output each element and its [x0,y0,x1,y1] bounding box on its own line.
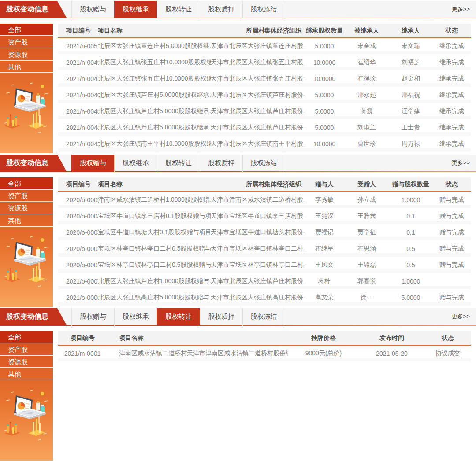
sidebar-item[interactable]: 资源股 [0,356,53,368]
transfer-table: 项目编号项目名称挂牌价格发布时间状态 2021/m-0001津南区咸水沽镇二道桥… [58,331,471,361]
table-row[interactable]: 2021/n-0045北辰区大张庄镇芦庄村5.0000股股权继承...天津市北辰… [58,103,471,119]
table-cell: 北辰区大张庄镇芦庄村5.0000股股权继承... [98,87,211,103]
table-row[interactable]: 2021/o-0007北辰区大张庄镇芦庄村1.0000股股权赠与...天津市北辰… [58,273,471,289]
table-cell: 北辰区大张庄镇芦庄村1.0000股股权赠与... [98,273,211,289]
table-cell: 继承完成 [433,70,471,87]
section-title-banner: 股权变动信息 [0,308,67,326]
tab-1[interactable]: 股权赠与 [71,1,114,18]
tab-3[interactable]: 股权转让 [157,155,200,172]
column-header: 项目名称 [98,24,211,38]
table-cell: 崔绍华 [345,54,389,70]
sidebar-item[interactable]: 其他 [0,368,53,380]
section-transfer: 股权变动信息 股权赠与股权继承股权转让股权质押股权冻结 更多>> 全部资产股资源… [0,308,476,461]
more-link[interactable]: 更多>> [452,308,476,325]
table-cell: 曹世珍 [345,136,389,152]
tab-1[interactable]: 股权赠与 [71,155,114,172]
more-link[interactable]: 更多>> [452,155,476,171]
table-row[interactable]: 2021/n-0049北辰区大张庄镇张五庄村10.0000股股权继...天津市北… [58,54,471,70]
sidebar-item[interactable]: 全部 [0,331,53,343]
table-row[interactable]: 2020/o-0004宝坻区牛道口镇李三店村0.1股股权赠与项目天津市宝坻区牛道… [58,208,471,224]
section-title-banner: 股权变动信息 [0,155,67,172]
table-cell: 王士贵 [389,119,433,136]
tab-2[interactable]: 股权继承 [114,308,157,326]
tab-5[interactable]: 股权冻结 [242,1,285,18]
table-cell: 崔得珍 [345,70,389,87]
table-row[interactable]: 2021/n-0046北辰区大张庄镇芦庄村5.0000股股权继承...天津市北辰… [58,87,471,103]
table-cell: 5.0000 [304,38,345,54]
tab-2[interactable]: 股权继承 [114,1,157,18]
column-header: 项目编号 [58,331,107,345]
table-cell: 霍继星 [304,240,345,257]
sidebar-item[interactable]: 资产股 [0,190,53,202]
tab-2[interactable]: 股权继承 [114,155,157,172]
sidebar-item[interactable]: 资源股 [0,48,53,61]
header-row: 项目编号项目名称所属村集体经济组织继承股权数量被继承人继承人状态 [58,24,471,38]
tab-5[interactable]: 股权冻结 [242,308,285,326]
laptop-charts-illustration [4,80,49,136]
table-cell: 北辰区大张庄镇南王平村10.0000股股权继... [98,136,211,152]
table-cell: 蒋震 [345,103,389,119]
table-cell: 2021/n-0043 [58,136,98,152]
header-row: 项目编号项目名称所属村集体经济组织赠与人受赠人赠与股权数量状态 [58,177,471,192]
table-cell: 继承完成 [433,87,471,103]
table-row[interactable]: 2021/n-0051北辰区大张庄镇董连庄村5.0000股股权继...天津市北辰… [58,38,471,54]
table-cell: 0.1 [389,224,433,240]
table-cell: 2021/o-0007 [58,273,98,289]
table-row[interactable]: 2020/o-0003宝坻区牛道口镇塘头村0.1股股权赠与项目天津市宝坻区牛道口… [58,224,471,240]
table-cell: 赠与完成 [433,224,471,240]
more-link[interactable]: 更多>> [452,1,476,18]
table-cell: 2021/o-0006 [58,289,98,306]
category-sidebar: 全部资产股资源股其他 [0,331,53,461]
table-row[interactable]: 2020/o-0001宝坻区林亭口镇林亭口二村0.5股股权赠与...天津市宝坻区… [58,257,471,273]
table-cell: 10.0000 [304,54,345,70]
table-cell: 2020/o-0002 [58,240,98,257]
table-cell: 北辰区大张庄镇芦庄村5.0000股股权继承... [98,103,211,119]
table-cell: 郭喜悦 [345,273,389,289]
column-header: 继承股权数量 [304,24,345,38]
tab-3[interactable]: 股权转让 [157,308,200,326]
illustration-box [0,227,53,307]
table-cell: 蒋栓 [304,273,345,289]
table-row[interactable]: 2020/o-0005津南区咸水沽镇二道桥村1.0000股股权赠...天津市津南… [58,192,471,208]
table-row[interactable]: 2021/n-0044北辰区大张庄镇芦庄村5.0000股股权继承...天津市北辰… [58,119,471,136]
column-header: 状态 [433,24,471,38]
tab-4[interactable]: 股权质押 [200,1,242,18]
table-cell: 刘淑兰 [345,119,389,136]
laptop-charts-illustration [4,234,49,289]
tab-4[interactable]: 股权质押 [200,308,242,326]
table-cell: 天津市北辰区大张庄镇芦庄村股份... [211,103,304,119]
table-cell: 继承完成 [433,136,471,152]
table-row[interactable]: 2021/o-0006北辰区大张庄镇高庄村5.0000股股权赠与...天津市北辰… [58,289,471,306]
table-cell: 2021-05-20 [359,345,425,361]
sidebar-item[interactable]: 全部 [0,24,53,36]
sidebar-item[interactable]: 资产股 [0,343,53,356]
tab-5[interactable]: 股权冻结 [242,155,285,172]
table-row[interactable]: 2020/o-0002宝坻区林亭口镇林亭口二村0.5股股权赠与...天津市宝坻区… [58,240,471,257]
sidebar-item[interactable]: 其他 [0,61,53,73]
column-header: 状态 [425,331,471,345]
tab-4[interactable]: 股权质押 [200,155,242,172]
sidebar-item[interactable]: 全部 [0,177,53,190]
column-header: 项目编号 [58,24,98,38]
column-header: 赠与人 [304,177,345,192]
table-row[interactable]: 2021/n-0043北辰区大张庄镇南王平村10.0000股股权继...天津市北… [58,136,471,152]
table-cell: 赠与完成 [433,289,471,306]
table-cell: 继承完成 [433,38,471,54]
table-cell: 北辰区大张庄镇芦庄村5.0000股股权继承... [98,119,211,136]
table-row[interactable]: 2021/m-0001津南区咸水沽镇二道桥村天津市津南区咸水沽镇二道桥村股份经.… [58,345,471,361]
sidebar-item[interactable]: 资源股 [0,202,53,214]
section-header: 股权变动信息 股权赠与股权继承股权转让股权质押股权冻结 更多>> [0,308,476,325]
section-body: 全部资产股资源股其他 [0,331,476,461]
table-cell: 宝坻区牛道口镇塘头村0.1股股权赠与项目 [98,224,211,240]
table-cell: 徐一 [345,289,389,306]
sidebar-item[interactable]: 其他 [0,214,53,227]
table-cell: 高文荣 [304,289,345,306]
table-cell: 2020/o-0005 [58,192,98,208]
table-cell: 10.0000 [304,136,345,152]
table-row[interactable]: 2021/n-0047北辰区大张庄镇张五庄村10.0000股股权继...天津市北… [58,70,471,87]
table-cell: 1.0000 [389,273,433,289]
tab-3[interactable]: 股权转让 [157,1,200,18]
tab-1[interactable]: 股权赠与 [71,308,114,326]
sidebar-item[interactable]: 资产股 [0,36,53,48]
table-cell: 5.0000 [304,119,345,136]
